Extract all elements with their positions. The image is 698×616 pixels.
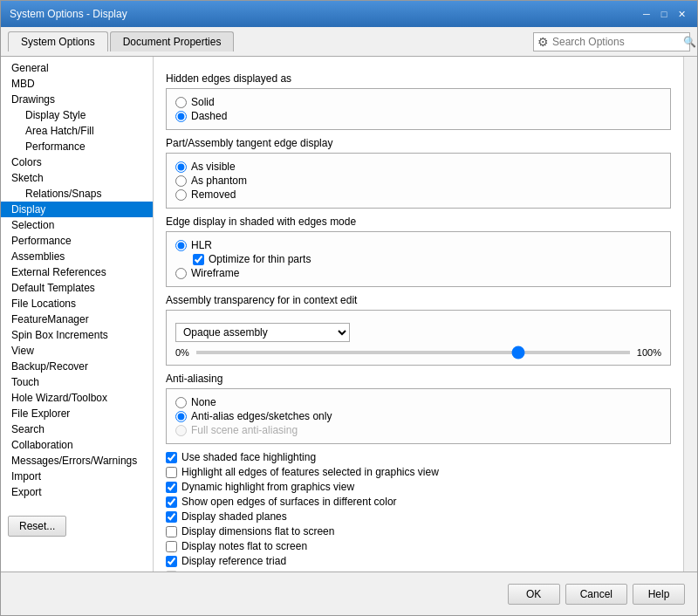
transparency-slider[interactable]	[196, 351, 630, 354]
sidebar-item-performance-drawings[interactable]: Performance	[1, 139, 153, 154]
minimize-button[interactable]: ─	[640, 7, 654, 21]
sidebar-item-hole-wizard-toolbox[interactable]: Hole Wizard/Toolbox	[1, 390, 153, 406]
checkbox-display-reference-triad-input[interactable]	[166, 556, 177, 567]
sidebar-item-spin-box-increments[interactable]: Spin Box Increments	[1, 327, 153, 343]
hidden-edges-radio-group: Solid Dashed	[175, 96, 661, 122]
radio-full-scene-input	[175, 425, 187, 436]
edge-display-section: HLR Optimize for thin parts Wireframe	[166, 231, 671, 287]
radio-hlr-input[interactable]	[175, 240, 187, 251]
sidebar-item-selection[interactable]: Selection	[1, 217, 153, 233]
radio-anti-alias-edges[interactable]: Anti-alias edges/sketches only	[175, 410, 661, 422]
sidebar-item-view[interactable]: View	[1, 343, 153, 359]
scrollbar-right[interactable]	[683, 57, 697, 572]
checkbox-highlight-all-edges-input[interactable]	[166, 467, 177, 478]
checkbox-display-dimensions-flat-input[interactable]	[166, 526, 177, 537]
sidebar-item-export[interactable]: Export	[1, 484, 153, 500]
sidebar-item-file-explorer[interactable]: File Explorer	[1, 406, 153, 421]
radio-none-input[interactable]	[175, 397, 187, 408]
tab-system-options[interactable]: System Options	[8, 31, 108, 51]
sidebar-item-area-hatch-fill[interactable]: Area Hatch/Fill	[1, 123, 153, 139]
checkbox-display-scrollbars-parts-label: Display scrollbars in graphics view for …	[181, 570, 458, 572]
radio-solid[interactable]: Solid	[175, 96, 661, 108]
sidebar-item-sketch[interactable]: Sketch	[1, 170, 153, 186]
search-input[interactable]	[552, 36, 683, 48]
close-button[interactable]: ✕	[674, 7, 688, 21]
window-controls: ─ □ ✕	[640, 7, 688, 21]
sidebar-item-messages-errors-warnings[interactable]: Messages/Errors/Warnings	[1, 453, 153, 469]
sidebar-item-mbd[interactable]: MBD	[1, 76, 153, 92]
checkbox-display-shaded-planes-input[interactable]	[166, 511, 177, 523]
main-panel: Hidden edges displayed as Solid Dashed P…	[154, 57, 683, 572]
radio-none[interactable]: None	[175, 396, 661, 408]
sidebar-item-assemblies[interactable]: Assemblies	[1, 249, 153, 264]
checkbox-display-scrollbars-parts: Display scrollbars in graphics view for …	[166, 570, 671, 572]
checkbox-display-scrollbars-parts-input	[166, 571, 177, 572]
assembly-transparency-section: Opaque assembly 0% 100%	[166, 310, 671, 366]
radio-as-visible[interactable]: As visible	[175, 161, 661, 173]
checkbox-display-dimensions-flat[interactable]: Display dimensions flat to screen	[166, 525, 671, 537]
checkbox-dynamic-highlight[interactable]: Dynamic highlight from graphics view	[166, 481, 671, 493]
sidebar-item-external-references[interactable]: External References	[1, 264, 153, 280]
radio-wireframe-input[interactable]	[175, 268, 187, 279]
radio-solid-input[interactable]	[175, 97, 187, 108]
radio-dashed-label: Dashed	[191, 110, 227, 122]
checkbox-show-open-edges-input[interactable]	[166, 496, 177, 508]
checkbox-shaded-face-input[interactable]	[166, 452, 177, 463]
sidebar-item-search[interactable]: Search	[1, 421, 153, 437]
sidebar-item-featuremanager[interactable]: FeatureManager	[1, 311, 153, 327]
radio-as-visible-input[interactable]	[175, 161, 187, 173]
radio-wireframe[interactable]: Wireframe	[175, 267, 661, 279]
sidebar-item-import[interactable]: Import	[1, 469, 153, 484]
sidebar-item-drawings[interactable]: Drawings	[1, 92, 153, 107]
checkbox-display-notes-flat-input[interactable]	[166, 541, 177, 552]
sidebar-item-backup-recover[interactable]: Backup/Recover	[1, 359, 153, 374]
sidebar-item-file-locations[interactable]: File Locations	[1, 296, 153, 311]
title-bar: System Options - Display ─ □ ✕	[1, 1, 697, 27]
radio-as-phantom-input[interactable]	[175, 175, 187, 187]
sidebar-item-display-style[interactable]: Display Style	[1, 107, 153, 123]
sidebar-item-collaboration[interactable]: Collaboration	[1, 437, 153, 453]
checkbox-dynamic-highlight-input[interactable]	[166, 482, 177, 493]
hidden-edges-section: Solid Dashed	[166, 88, 671, 130]
checkbox-optimize-thin-input[interactable]	[193, 254, 204, 265]
reset-button[interactable]: Reset...	[8, 516, 66, 537]
checkbox-shaded-face[interactable]: Use shaded face highlighting	[166, 451, 671, 463]
radio-dashed[interactable]: Dashed	[175, 110, 661, 122]
sidebar-item-colors[interactable]: Colors	[1, 154, 153, 170]
radio-as-phantom[interactable]: As phantom	[175, 175, 661, 187]
checkbox-shaded-face-label: Use shaded face highlighting	[181, 451, 316, 463]
checkbox-display-shaded-planes[interactable]: Display shaded planes	[166, 510, 671, 523]
tab-document-properties[interactable]: Document Properties	[110, 31, 235, 51]
sidebar-item-performance2[interactable]: Performance	[1, 233, 153, 249]
sidebar: General MBD Drawings Display Style Area …	[1, 57, 154, 572]
maximize-button[interactable]: □	[657, 7, 671, 21]
radio-hlr-label: HLR	[191, 239, 212, 251]
radio-full-scene-label: Full scene anti-aliasing	[191, 424, 298, 436]
sidebar-item-general[interactable]: General	[1, 60, 153, 76]
radio-dashed-input[interactable]	[175, 111, 187, 122]
radio-solid-label: Solid	[191, 96, 215, 108]
radio-as-visible-label: As visible	[191, 161, 236, 173]
checkbox-show-open-edges[interactable]: Show open edges of surfaces in different…	[166, 496, 671, 508]
radio-hlr[interactable]: HLR	[175, 239, 661, 251]
checkbox-highlight-all-edges-label: Highlight all edges of features selected…	[181, 466, 439, 478]
cancel-button[interactable]: Cancel	[565, 584, 627, 605]
slider-row: 0% 100%	[175, 347, 661, 358]
sidebar-item-display[interactable]: Display	[1, 202, 153, 217]
sidebar-item-relations-snaps[interactable]: Relations/Snaps	[1, 186, 153, 202]
assembly-transparency-dropdown[interactable]: Opaque assembly	[175, 323, 350, 342]
ok-button[interactable]: OK	[508, 584, 560, 605]
sidebar-item-default-templates[interactable]: Default Templates	[1, 280, 153, 296]
radio-anti-alias-edges-input[interactable]	[175, 411, 187, 422]
gear-icon: ⚙	[537, 35, 549, 49]
checkbox-display-notes-flat[interactable]: Display notes flat to screen	[166, 540, 671, 552]
radio-removed-input[interactable]	[175, 189, 187, 201]
dropdown-row: Opaque assembly	[175, 323, 661, 342]
checkbox-optimize-thin[interactable]: Optimize for thin parts	[193, 253, 661, 265]
assembly-transparency-label: Assembly transparency for in context edi…	[166, 294, 671, 306]
help-button[interactable]: Help	[633, 584, 685, 605]
sidebar-item-touch[interactable]: Touch	[1, 374, 153, 390]
checkbox-display-reference-triad[interactable]: Display reference triad	[166, 555, 671, 567]
radio-removed[interactable]: Removed	[175, 188, 661, 201]
checkbox-highlight-all-edges[interactable]: Highlight all edges of features selected…	[166, 466, 671, 478]
